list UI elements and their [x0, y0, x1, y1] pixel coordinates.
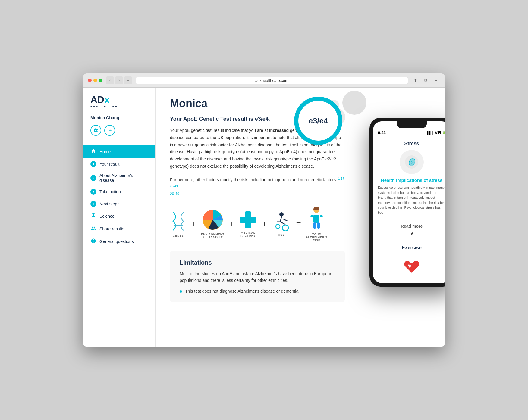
- phone-status-icons: ▌▌▌ WiFi 🔋: [427, 131, 445, 134]
- phone-status-bar: 9:41 ▌▌▌ WiFi 🔋: [373, 128, 445, 136]
- svg-rect-13: [320, 215, 323, 217]
- genes-label: GENES: [173, 234, 184, 237]
- phone-exercise-section: Exercise: [373, 240, 445, 283]
- sidebar-nav: Home 1 Your result 2 About Alzheimer's d…: [83, 145, 155, 248]
- browser-actions: ⬆ ⧉ +: [412, 76, 440, 84]
- sidebar-item-home-label: Home: [99, 149, 111, 154]
- new-tab-button[interactable]: +: [432, 76, 440, 84]
- phone-read-more-section: Read more ∨: [373, 220, 445, 240]
- app-layout: ADx HEALTHCARE Monica Chang: [83, 88, 445, 347]
- result-badge: e3/e4: [294, 97, 342, 145]
- sidebar-item-next-steps-label: Next steps: [99, 201, 119, 206]
- limitations-section: Limitations Most of the studies on ApoE …: [170, 251, 345, 302]
- eq-environment: ENVIRONMENT + LIFESTYLE: [201, 209, 225, 239]
- phone-screen: 9:41 ▌▌▌ WiFi 🔋 Stress: [373, 121, 445, 283]
- chevron-down-icon[interactable]: ∨: [377, 230, 445, 236]
- brain-lightning-icon: [404, 154, 419, 170]
- share-browser-button[interactable]: ⬆: [412, 76, 420, 84]
- dot-green[interactable]: [99, 79, 102, 82]
- question-icon: [90, 238, 96, 245]
- sidebar-item-your-result-label: Your result: [99, 162, 119, 166]
- logo-text: ADx: [90, 95, 148, 104]
- phone-stress-section: Stress Health implications of: [373, 136, 445, 220]
- tab-button[interactable]: ⧉: [422, 76, 430, 84]
- share-icon: [90, 226, 96, 232]
- sidebar-item-share-results-label: Share results: [99, 226, 124, 231]
- svg-rect-11: [313, 215, 319, 223]
- person-svg: [308, 206, 325, 230]
- svg-point-8: [282, 225, 288, 231]
- risk-label: YOUR ALZHEIMER'S RISK: [306, 233, 328, 242]
- eq-genes: GENES: [170, 211, 187, 237]
- svg-rect-12: [310, 215, 313, 217]
- sidebar: ADx HEALTHCARE Monica Chang: [83, 88, 156, 347]
- sidebar-item-about-alzheimers-label: About Alzheimer's disease: [99, 173, 148, 183]
- forward-button[interactable]: ›: [115, 76, 123, 84]
- sidebar-item-next-steps[interactable]: 4 Next steps: [83, 198, 155, 210]
- svg-rect-14: [313, 222, 316, 229]
- sidebar-item-take-action-label: Take action: [99, 189, 121, 194]
- science-icon: [90, 213, 96, 219]
- desc-part-1: Your ApoE genetic test result indicate t…: [170, 128, 269, 133]
- sidebar-item-share-results[interactable]: Share results: [83, 222, 155, 235]
- age-label: AGE: [278, 233, 285, 236]
- nav-number-1: 1: [90, 161, 96, 167]
- reader-mode-button[interactable]: ≡: [124, 76, 132, 84]
- settings-icon[interactable]: [90, 125, 101, 136]
- svg-rect-6: [240, 217, 256, 223]
- browser-window: ‹ › ≡ adxhealthcare.com ⬆ ⧉ + ADx HEALTH…: [83, 73, 445, 347]
- bullet-dot: [180, 290, 182, 293]
- plus-2: +: [229, 219, 234, 229]
- sidebar-item-home[interactable]: Home: [83, 145, 155, 158]
- heart-icon-wrapper: [400, 254, 424, 278]
- signal-icon: ▌▌▌: [427, 131, 434, 134]
- wheelchair-svg: [272, 211, 291, 231]
- desc-bold: increased: [269, 128, 289, 133]
- sidebar-item-general-questions[interactable]: General questions: [83, 235, 155, 248]
- svg-point-9: [276, 224, 280, 229]
- home-icon: [90, 148, 96, 155]
- svg-point-7: [279, 212, 284, 216]
- sidebar-item-take-action[interactable]: 3 Take action: [83, 186, 155, 198]
- stress-icon-wrapper: [400, 150, 424, 174]
- sidebar-icons: [83, 125, 155, 143]
- phone-mockup: 9:41 ▌▌▌ WiFi 🔋 Stress: [369, 118, 445, 287]
- environment-label: ENVIRONMENT + LIFESTYLE: [201, 233, 225, 239]
- phone-time: 9:41: [378, 130, 386, 135]
- nav-number-3: 3: [90, 189, 96, 195]
- logout-icon[interactable]: [104, 125, 115, 136]
- sidebar-item-general-questions-label: General questions: [99, 239, 134, 244]
- eq-risk: YOUR ALZHEIMER'S RISK: [306, 206, 328, 242]
- desc-part-3: Furthermore, other factors modify the ri…: [170, 177, 337, 182]
- sidebar-item-about-alzheimers[interactable]: 2 About Alzheimer's disease: [83, 170, 155, 186]
- main-content: e3/e4 Monica Your ApoE Genetic Test resu…: [156, 88, 445, 347]
- pie-svg: [202, 209, 223, 230]
- plus-3: +: [262, 219, 267, 229]
- logo-ad: AD: [90, 94, 104, 105]
- limitations-title: Limitations: [180, 259, 335, 266]
- eq-medical: MEDICAL FACTORS: [239, 211, 257, 237]
- read-more-label[interactable]: Read more: [377, 224, 445, 229]
- battery-icon: 🔋: [442, 131, 445, 134]
- sidebar-logo: ADx HEALTHCARE: [83, 95, 155, 115]
- deco-circle-1: [342, 91, 366, 115]
- sidebar-item-your-result[interactable]: 1 Your result: [83, 158, 155, 170]
- wifi-icon: WiFi: [435, 131, 441, 134]
- phone-stress-link[interactable]: Health implications of stress: [378, 178, 445, 183]
- dot-yellow[interactable]: [93, 79, 97, 82]
- sidebar-item-science[interactable]: Science: [83, 210, 155, 222]
- ref-range: 20-49: [170, 191, 345, 197]
- nav-number-2: 2: [90, 175, 96, 181]
- browser-dots: [88, 79, 102, 82]
- result-description-2: Furthermore, other factors modify the ri…: [170, 176, 345, 197]
- back-button[interactable]: ‹: [106, 76, 114, 84]
- dot-red[interactable]: [88, 79, 92, 82]
- browser-nav: ‹ › ≡: [106, 76, 132, 84]
- eq-age: AGE: [272, 211, 291, 236]
- phone-exercise-title: Exercise: [378, 245, 445, 250]
- plus-1: +: [191, 219, 196, 229]
- heart-icon: [403, 257, 421, 275]
- address-bar[interactable]: adxhealthcare.com: [136, 77, 408, 84]
- svg-rect-15: [317, 222, 320, 229]
- bullet-item-1: This test does not diagnose Alzheimer's …: [180, 289, 335, 294]
